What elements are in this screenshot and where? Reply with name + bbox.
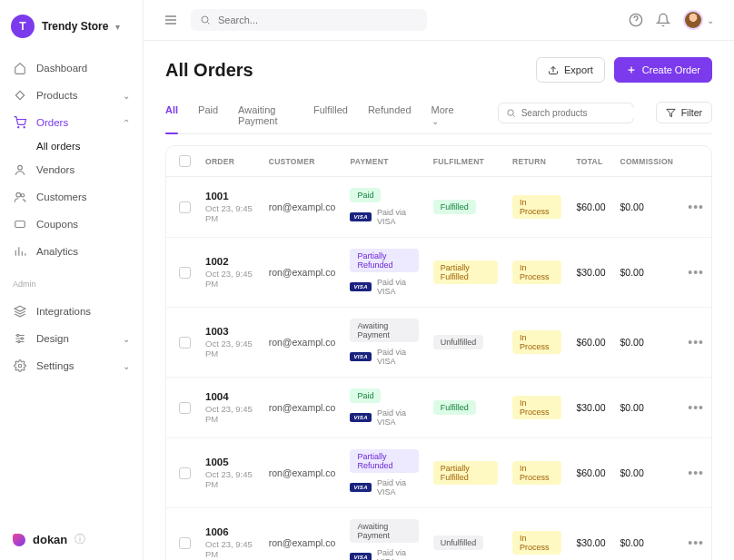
sidebar-item-products[interactable]: Products ⌄ bbox=[0, 82, 143, 109]
order-total: $60.00 bbox=[569, 308, 612, 378]
export-icon bbox=[548, 64, 559, 75]
table-row[interactable]: 1004 Oct 23, 9:45 PM ron@exampl.co Paid … bbox=[166, 378, 711, 438]
menu-toggle-icon[interactable] bbox=[164, 13, 178, 27]
tab-fulfilled[interactable]: Fulfilled bbox=[313, 97, 348, 133]
payment-status-badge: Paid bbox=[350, 388, 381, 403]
col-customer: CUSTOMER bbox=[262, 146, 343, 177]
row-checkbox[interactable] bbox=[179, 201, 191, 213]
tab-more[interactable]: More ⌄ bbox=[431, 97, 454, 133]
order-commission: $0.00 bbox=[613, 438, 681, 508]
help-icon[interactable] bbox=[629, 13, 643, 27]
order-id: 1004 bbox=[205, 391, 254, 402]
order-commission: $0.00 bbox=[613, 508, 681, 561]
svg-point-8 bbox=[18, 340, 20, 342]
global-search[interactable] bbox=[191, 9, 427, 31]
select-all-checkbox[interactable] bbox=[179, 155, 191, 167]
order-id: 1006 bbox=[205, 526, 254, 537]
row-actions-icon[interactable]: ••• bbox=[688, 400, 704, 415]
return-status-badge: In Process bbox=[512, 260, 561, 284]
table-row[interactable]: 1001 Oct 23, 9:45 PM ron@exampl.co Paid … bbox=[166, 177, 711, 238]
row-actions-icon[interactable]: ••• bbox=[688, 200, 704, 214]
table-row[interactable]: 1002 Oct 23, 9:45 PM ron@exampl.co Parti… bbox=[166, 238, 711, 308]
sidebar-item-analytics[interactable]: Analytics bbox=[0, 238, 143, 265]
fulfilment-status-badge: Fulfilled bbox=[433, 400, 476, 415]
visa-icon: VISA bbox=[350, 212, 372, 221]
tab-paid[interactable]: Paid bbox=[198, 97, 218, 133]
sidebar-subitem-all-orders[interactable]: All orders bbox=[0, 136, 143, 156]
sidebar-item-label: Coupons bbox=[36, 219, 78, 230]
sidebar-item-orders[interactable]: Orders ⌃ bbox=[0, 109, 143, 136]
sidebar-item-label: Settings bbox=[36, 360, 74, 371]
export-button[interactable]: Export bbox=[536, 57, 605, 83]
fulfilment-status-badge: Partially Fulfilled bbox=[433, 461, 498, 485]
sidebar-item-label: Customers bbox=[36, 192, 87, 202]
order-id: 1003 bbox=[205, 326, 254, 337]
sidebar-item-label: Integrations bbox=[36, 306, 91, 317]
order-id: 1005 bbox=[205, 457, 254, 467]
row-actions-icon[interactable]: ••• bbox=[688, 335, 704, 349]
user-icon bbox=[13, 162, 27, 177]
export-label: Export bbox=[564, 64, 593, 75]
payment-status-badge: Paid bbox=[350, 188, 381, 202]
col-order: ORDER bbox=[198, 146, 262, 177]
col-return: RETURN bbox=[505, 146, 569, 177]
row-checkbox[interactable] bbox=[179, 537, 191, 549]
svg-rect-5 bbox=[15, 221, 25, 228]
gear-icon bbox=[13, 359, 27, 373]
payment-via: Paid via VISA bbox=[377, 408, 419, 427]
store-name: Trendy Store bbox=[42, 20, 108, 33]
filter-button[interactable]: Filter bbox=[656, 102, 712, 123]
table-row[interactable]: 1005 Oct 23, 9:45 PM ron@exampl.co Parti… bbox=[166, 438, 711, 508]
store-selector[interactable]: T Trendy Store ▾ bbox=[0, 0, 143, 49]
order-date: Oct 23, 9:45 PM bbox=[205, 539, 254, 559]
sidebar-item-vendors[interactable]: Vendors bbox=[0, 156, 143, 183]
create-order-button[interactable]: Create Order bbox=[614, 57, 712, 83]
sidebar-item-coupons[interactable]: Coupons bbox=[0, 211, 143, 238]
table-row[interactable]: 1006 Oct 23, 9:45 PM ron@exampl.co Await… bbox=[166, 508, 711, 561]
svg-point-12 bbox=[507, 109, 512, 114]
chevron-down-icon: ⌄ bbox=[123, 334, 130, 344]
user-menu[interactable]: ⌄ bbox=[683, 10, 714, 30]
row-checkbox[interactable] bbox=[179, 267, 191, 279]
sidebar-item-label: Products bbox=[36, 90, 77, 101]
order-total: $60.00 bbox=[569, 177, 612, 238]
order-date: Oct 23, 9:45 PM bbox=[205, 339, 254, 359]
visa-icon: VISA bbox=[350, 553, 372, 560]
search-input[interactable] bbox=[218, 15, 418, 25]
sliders-icon bbox=[13, 331, 27, 346]
cart-icon bbox=[13, 115, 27, 130]
return-status-badge: In Process bbox=[512, 330, 561, 354]
sidebar-item-dashboard[interactable]: Dashboard bbox=[0, 54, 143, 82]
tab-all[interactable]: All bbox=[165, 97, 178, 133]
svg-point-4 bbox=[21, 194, 25, 198]
tab-awaiting-payment[interactable]: Awaiting Payment bbox=[238, 97, 293, 133]
brand-logo: dokan ⓘ bbox=[0, 519, 143, 560]
payment-status-badge: Awaiting Payment bbox=[350, 319, 418, 342]
order-total: $30.00 bbox=[569, 508, 612, 561]
order-date: Oct 23, 9:45 PM bbox=[205, 404, 254, 424]
sidebar-item-integrations[interactable]: Integrations bbox=[0, 298, 143, 325]
filter-label: Filter bbox=[681, 107, 702, 118]
info-icon[interactable]: ⓘ bbox=[74, 532, 85, 547]
customer-email: ron@exampl.co bbox=[262, 378, 343, 438]
payment-status-badge: Partially Refunded bbox=[350, 449, 418, 473]
products-search-input[interactable] bbox=[521, 108, 637, 118]
row-checkbox[interactable] bbox=[179, 402, 191, 414]
return-status-badge: In Process bbox=[512, 531, 561, 555]
sidebar-item-settings[interactable]: Settings ⌄ bbox=[0, 352, 143, 379]
fulfilment-status-badge: Partially Fulfilled bbox=[433, 260, 498, 284]
svg-point-1 bbox=[24, 127, 25, 128]
row-checkbox[interactable] bbox=[179, 467, 191, 479]
row-actions-icon[interactable]: ••• bbox=[688, 265, 704, 280]
row-checkbox[interactable] bbox=[179, 337, 191, 349]
tab-refunded[interactable]: Refunded bbox=[368, 97, 412, 133]
payment-status-badge: Awaiting Payment bbox=[350, 519, 418, 543]
payment-via: Paid via VISA bbox=[377, 208, 419, 226]
table-row[interactable]: 1003 Oct 23, 9:45 PM ron@exampl.co Await… bbox=[166, 308, 711, 378]
bell-icon[interactable] bbox=[656, 13, 670, 27]
products-search[interactable] bbox=[498, 103, 634, 123]
row-actions-icon[interactable]: ••• bbox=[688, 535, 704, 550]
sidebar-item-customers[interactable]: Customers bbox=[0, 183, 143, 211]
sidebar-item-design[interactable]: Design ⌄ bbox=[0, 325, 143, 352]
row-actions-icon[interactable]: ••• bbox=[688, 466, 704, 480]
